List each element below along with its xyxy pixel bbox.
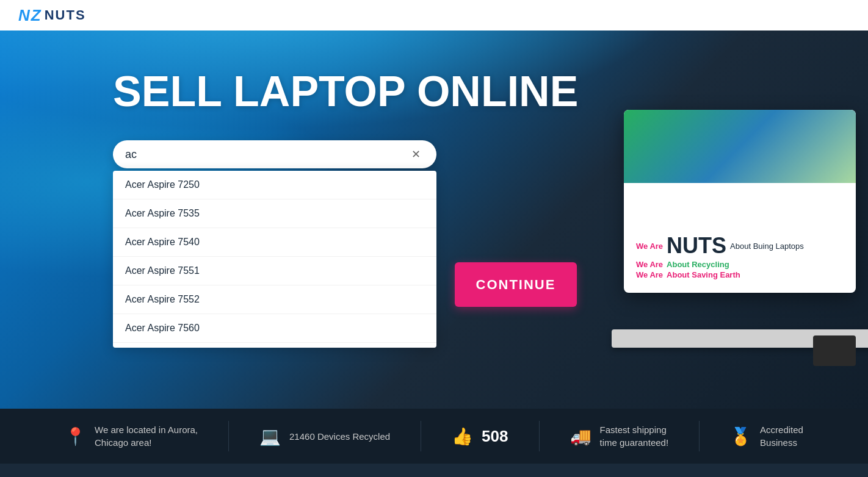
truck-icon: 🚚 <box>570 426 591 447</box>
header: NZ NUTS <box>0 0 868 30</box>
reviews-count: 508 <box>482 427 508 446</box>
logo: NZ NUTS <box>18 6 86 25</box>
nuts-brand: NUTS <box>667 233 726 259</box>
search-dropdown: Acer Aspire 7250 Acer Aspire 7535 Acer A… <box>113 171 436 348</box>
shipping-text: Fastest shippingtime guaranteed! <box>600 423 669 449</box>
search-input-wrapper: ✕ <box>113 140 436 168</box>
thumbsup-icon: 👍 <box>452 426 473 447</box>
list-item[interactable]: Acer Aspire 7535 <box>113 199 436 228</box>
we-are-label-1: We Are <box>636 242 663 251</box>
list-item[interactable]: Acer Aspire 7551 <box>113 257 436 285</box>
list-item[interactable]: Acer Aspire 7552 <box>113 285 436 314</box>
dropdown-scroll-area[interactable]: Acer Aspire 7250 Acer Aspire 7535 Acer A… <box>113 171 436 348</box>
we-are-label-2: We Are <box>636 260 663 269</box>
stat-recycled: 💻 21460 Devices Recycled <box>229 426 421 447</box>
laptop-icon: 💻 <box>259 426 281 447</box>
hero-section: SELL LAPTOP ONLINE ✕ Acer Aspire 7250 Ac… <box>0 30 868 409</box>
stat-shipping: 🚚 Fastest shippingtime guaranteed! <box>540 423 700 449</box>
clear-button[interactable]: ✕ <box>408 146 424 162</box>
promo-text-1: About Buing Laptops <box>730 242 804 251</box>
location-icon: 📍 <box>65 426 86 447</box>
recycled-text: 21460 Devices Recycled <box>289 430 390 443</box>
stat-location: 📍 We are located in Aurora,Chicago area! <box>34 423 228 449</box>
stat-accredited: 🏅 AccreditedBusiness <box>700 423 834 449</box>
list-item[interactable]: Acer Aspire 7560 <box>113 314 436 343</box>
list-item[interactable]: Acer Aspire 7540 <box>113 228 436 257</box>
hero-content: SELL LAPTOP ONLINE ✕ Acer Aspire 7250 Ac… <box>0 30 868 168</box>
promo-line-3: We Are About Saving Earth <box>636 270 844 279</box>
logo-nuts: NUTS <box>45 7 86 23</box>
promo-line-2: We Are About Recycling <box>636 260 844 269</box>
accredited-text: AccreditedBusiness <box>760 423 803 449</box>
nuts-promo-content: We Are NUTS About Buing Laptops We Are A… <box>636 233 844 281</box>
list-item[interactable]: Acer Aspire 7736 <box>113 343 436 348</box>
stat-reviews: 👍 508 <box>421 426 538 447</box>
search-container: ✕ Acer Aspire 7250 Acer Aspire 7535 Acer… <box>113 140 436 168</box>
location-text: We are located in Aurora,Chicago area! <box>95 423 198 449</box>
we-are-label-3: We Are <box>636 270 663 279</box>
list-item[interactable]: Acer Aspire 7250 <box>113 171 436 199</box>
continue-button[interactable]: CONTINUE <box>455 262 577 307</box>
promo-text-2: About Recycling <box>667 260 729 269</box>
camera-device <box>813 335 856 366</box>
promo-text-3: About Saving Earth <box>667 270 740 279</box>
logo-nz: NZ <box>18 6 42 25</box>
search-input[interactable] <box>125 148 408 161</box>
stats-bar: 📍 We are located in Aurora,Chicago area!… <box>0 409 868 464</box>
promo-line-1: We Are NUTS About Buing Laptops <box>636 233 844 259</box>
accredited-icon: 🏅 <box>730 426 751 447</box>
page-title: SELL LAPTOP ONLINE <box>113 67 868 116</box>
